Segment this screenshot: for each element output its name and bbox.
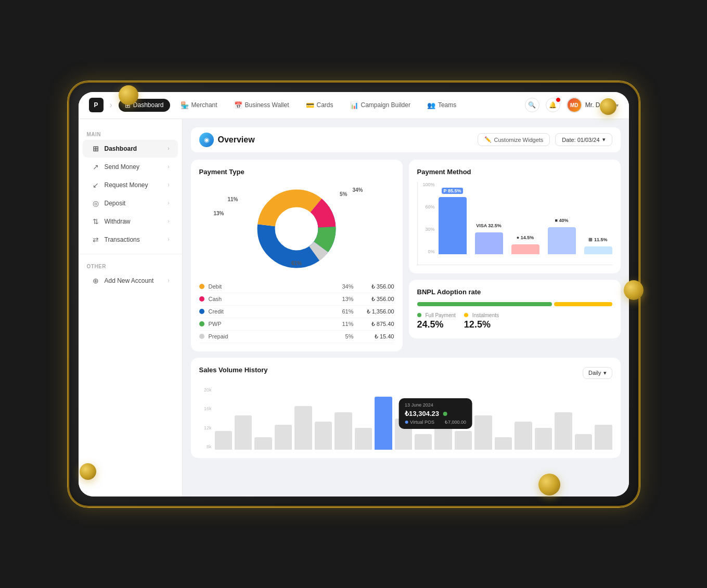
withdraw-icon: ⇅ [91,217,100,226]
chevron-right-icon-5: › [168,218,169,224]
nav-campaign-label: Campaign Builder [361,101,410,109]
bnpl-bars [417,302,612,306]
nav-item-business-wallet[interactable]: 📅 Business Wallet [228,99,295,112]
sidebar-transactions-label: Transactions [105,236,164,243]
y-label-0: 0% [428,249,434,254]
avatar: MD [567,97,582,113]
merchant-nav-icon: 🏪 [181,101,189,109]
deposit-icon: ◎ [91,199,100,207]
sidebar-deposit-label: Deposit [105,200,164,207]
sales-bar-13 [474,415,492,450]
bar-group-gp: ■ 40% [548,227,576,254]
tablet-screen: P › ⊞ Dashboard 🏪 Merchant 📅 Business Wa… [79,92,629,496]
overview-actions: ✏️ Customize Widgets Date: 01/03/24 ▾ [478,133,612,146]
bnpl-values: Full Payment 24.5% Instalments 1 [417,312,612,330]
nav-item-cards[interactable]: 💳 Cards [300,99,340,112]
send-money-icon: ↗ [91,163,100,171]
pct-label-debit: 34% [352,187,363,193]
bar-visa: VISA 32.5% [475,232,503,254]
payment-type-widget: Payment Type [191,160,403,351]
sales-bar-6 [335,412,352,450]
credit-dot [199,309,204,314]
customize-widgets-button[interactable]: ✏️ Customize Widgets [478,133,550,146]
y-16k: 16k [204,406,212,411]
content-area: ◉ Overview ✏️ Customize Widgets Date: 01… [183,119,629,496]
y-label-60: 60% [425,204,434,210]
sales-bar-4 [294,406,312,450]
nav-merchant-label: Merchant [191,101,217,109]
sidebar-item-request-money[interactable]: ↙ Request Money › [83,176,178,194]
sales-bar-3 [275,425,292,450]
chevron-right-icon-4: › [168,200,169,206]
cash-dot [199,296,204,302]
donut-chart-container: 34% 11% 5% 13% 61% [199,182,394,276]
dashboard-icon: ⊞ [91,145,100,153]
wallet-nav-icon: 📅 [234,101,242,109]
nav-logo: P [89,98,104,112]
legend-row-pwp: PWP 11% ₺ 875.40 [199,318,394,331]
sales-bar-19 [595,425,612,450]
bnpl-title: BNPL Adoption rate [417,288,612,296]
sales-bar-12 [455,431,472,450]
bar-badge-visa: VISA 32.5% [476,223,502,228]
bnpl-full-payment: Full Payment 24.5% [417,312,456,330]
daily-period-button[interactable]: Daily ▾ [583,367,612,379]
bar-p: P 85.5% [439,197,467,254]
main-layout: MAIN ⊞ Dashboard › ↗ Send Money › ↙ Requ… [79,119,629,496]
sidebar-item-transactions[interactable]: ⇄ Transactions › [83,231,178,249]
add-account-icon: ⊕ [91,277,100,285]
sidebar-item-add-account[interactable]: ⊕ Add New Account › [83,272,178,290]
instalments-label: Instalments [472,312,499,318]
pwp-pct: 11% [336,321,354,327]
cash-label: Cash [209,296,331,302]
sales-bar-8 [375,397,392,450]
credit-label: Credit [209,308,331,315]
payment-method-chart: 100% 60% 30% 0% P 85.5% [417,182,612,265]
nav-item-campaign[interactable]: 📊 Campaign Builder [344,99,417,112]
gold-circle-bot-left [80,463,96,480]
debit-val: ₺ 356.00 [358,283,394,290]
sidebar-item-send-money[interactable]: ↗ Send Money › [83,158,178,176]
sidebar-divider [79,254,182,254]
sales-bar-2 [254,437,272,450]
sidebar-item-dashboard[interactable]: ⊞ Dashboard › [83,140,178,158]
overview-header: ◉ Overview ✏️ Customize Widgets Date: 01… [191,127,621,152]
sidebar-item-deposit[interactable]: ◎ Deposit › [83,194,178,212]
cash-val: ₺ 356.00 [358,296,394,303]
overview-title-row: ◉ Overview [199,133,255,147]
svg-point-5 [276,207,318,250]
y-12k: 12k [204,425,212,430]
bar-badge-p: P 85.5% [442,188,464,194]
nav-item-merchant[interactable]: 🏪 Merchant [174,99,224,112]
bnpl-bar-full-payment [417,302,552,306]
chevron-right-icon: › [168,146,169,151]
pct-label-cash: 13% [214,211,224,216]
full-payment-label: Full Payment [426,312,456,318]
full-payment-dot [417,313,421,317]
chevron-down-icon: ▾ [602,136,606,143]
bar-group-visa: VISA 32.5% [475,232,503,254]
donut-chart [252,185,341,273]
date-picker-button[interactable]: Date: 01/03/24 ▾ [555,133,612,146]
chevron-right-icon-7: › [168,278,169,283]
cards-nav-icon: 💳 [306,101,314,109]
pwp-label: PWP [209,321,331,327]
prepaid-dot [199,334,204,339]
notification-button[interactable]: 🔔 [546,98,560,112]
sidebar-item-withdraw[interactable]: ⇅ Withdraw › [83,213,178,230]
widgets-row: Payment Type [191,160,621,351]
pct-label-prepaid: 5% [340,191,347,197]
tablet-frame: P › ⊞ Dashboard 🏪 Merchant 📅 Business Wa… [68,81,640,507]
debit-dot [199,284,204,289]
teams-nav-icon: 👥 [427,101,435,109]
chevron-right-icon-2: › [168,164,169,169]
nav-wallet-label: Business Wallet [245,101,289,109]
sidebar-add-account-label: Add New Account [105,277,164,284]
gold-circle-top-right [600,98,616,115]
search-button[interactable]: 🔍 [525,98,539,112]
credit-pct: 61% [336,308,354,315]
sales-bars: 13 June 2024 ₺13,304.23 Virtual POS ₺7,0… [215,387,612,450]
gold-circle-mid-right [624,280,644,300]
nav-item-teams[interactable]: 👥 Teams [421,99,462,112]
transactions-icon: ⇄ [91,236,100,244]
